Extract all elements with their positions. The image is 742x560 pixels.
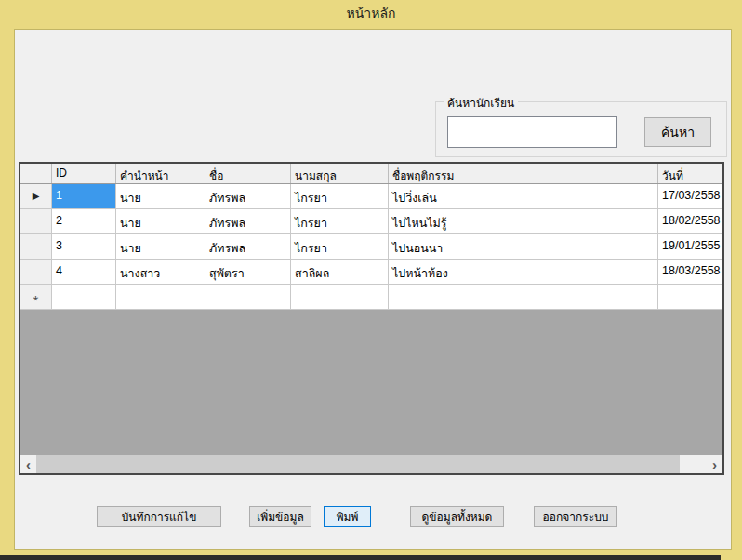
- cell-behavior[interactable]: ไปหน้าห้อง: [389, 260, 658, 285]
- column-header-prefix[interactable]: คำนำหน้า: [116, 164, 205, 183]
- row-header-cell[interactable]: ▶: [20, 184, 52, 209]
- cell-id[interactable]: 4: [52, 260, 116, 285]
- grid-corner-cell: [20, 164, 52, 183]
- main-panel: ค้นหานักเรียน ค้นหา ID คำนำหน้า ชื่อ นาม…: [14, 29, 732, 550]
- row-header-cell[interactable]: [20, 260, 52, 285]
- cell-lastname[interactable]: ไกรยา: [291, 234, 389, 260]
- logout-button[interactable]: ออกจากระบบ: [534, 506, 617, 527]
- column-header-date[interactable]: วันที่: [658, 164, 722, 183]
- column-header-firstname[interactable]: ชื่อ: [205, 164, 291, 183]
- scrollbar-track[interactable]: [680, 455, 707, 473]
- cell-prefix[interactable]: นาย: [116, 209, 205, 234]
- grid-header-row: ID คำนำหน้า ชื่อ นามสกุล ชื่อพฤติกรรม วั…: [20, 164, 722, 184]
- cell-prefix[interactable]: นาย: [116, 234, 205, 260]
- cell-firstname[interactable]: สุพัตรา: [205, 260, 291, 285]
- cell-lastname[interactable]: สาลิผล: [291, 260, 389, 285]
- new-row-asterisk-icon: *: [33, 287, 39, 307]
- search-groupbox: ค้นหานักเรียน ค้นหา: [435, 101, 727, 157]
- cell-prefix[interactable]: [116, 285, 205, 310]
- view-all-button[interactable]: ดูข้อมูลทั้งหมด: [410, 506, 504, 527]
- cell-prefix[interactable]: นางสาว: [116, 260, 205, 285]
- taskbar-edge: [0, 555, 721, 560]
- table-row: ▶ 1 นาย ภัทรพล ไกรยา ไปวิ่งเล่น 17/03/25…: [20, 184, 722, 209]
- column-header-id[interactable]: ID: [52, 164, 116, 183]
- window-title: หน้าหลัก: [0, 0, 742, 26]
- main-window: หน้าหลัก ค้นหานักเรียน ค้นหา ID คำนำหน้า…: [0, 0, 742, 560]
- cell-behavior[interactable]: [389, 285, 658, 310]
- cell-date[interactable]: 18/02/2558: [658, 209, 722, 234]
- cell-firstname[interactable]: ภัทรพล: [205, 209, 291, 234]
- column-header-lastname[interactable]: นามสกุล: [291, 164, 389, 183]
- scroll-left-icon[interactable]: ‹: [20, 455, 36, 473]
- cell-behavior[interactable]: ไปไหนไม่รู้: [389, 209, 658, 234]
- scrollbar-thumb[interactable]: [36, 455, 680, 473]
- add-data-button[interactable]: เพิ่มข้อมูล: [249, 506, 311, 527]
- data-grid: ID คำนำหน้า ชื่อ นามสกุล ชื่อพฤติกรรม วั…: [19, 162, 724, 475]
- table-row: 3 นาย ภัทรพล ไกรยา ไปนอนนา 19/01/2555: [20, 234, 722, 260]
- table-row-new: *: [20, 285, 722, 310]
- cell-behavior[interactable]: ไปวิ่งเล่น: [389, 184, 658, 209]
- cell-id[interactable]: 3: [52, 234, 116, 260]
- cell-date[interactable]: 19/01/2555: [658, 234, 722, 260]
- cell-firstname[interactable]: ภัทรพล: [205, 184, 291, 209]
- cell-lastname[interactable]: ไกรยา: [291, 184, 389, 209]
- table-row: 4 นางสาว สุพัตรา สาลิผล ไปหน้าห้อง 18/03…: [20, 260, 722, 285]
- current-row-arrow-icon: ▶: [33, 192, 40, 201]
- row-header-cell[interactable]: [20, 234, 52, 260]
- cell-date[interactable]: 17/03/2558: [658, 184, 722, 209]
- search-group-label: ค้นหานักเรียน: [444, 94, 518, 112]
- cell-firstname[interactable]: ภัทรพล: [205, 234, 291, 260]
- search-button[interactable]: ค้นหา: [644, 117, 711, 147]
- cell-id[interactable]: 1: [52, 184, 116, 209]
- cell-prefix[interactable]: นาย: [116, 184, 205, 209]
- cell-date[interactable]: 18/03/2558: [658, 260, 722, 285]
- cell-date[interactable]: [658, 285, 722, 310]
- print-button[interactable]: พิมพ์: [324, 506, 371, 527]
- cell-lastname[interactable]: [291, 285, 389, 310]
- save-edits-button[interactable]: บันทึกการแก้ไข: [97, 506, 221, 527]
- cell-firstname[interactable]: [205, 285, 291, 310]
- column-header-behavior[interactable]: ชื่อพฤติกรรม: [389, 164, 658, 183]
- table-row: 2 นาย ภัทรพล ไกรยา ไปไหนไม่รู้ 18/02/255…: [20, 209, 722, 234]
- cell-id[interactable]: [52, 285, 116, 310]
- horizontal-scrollbar[interactable]: ‹ ›: [20, 455, 722, 473]
- cell-lastname[interactable]: ไกรยา: [291, 209, 389, 234]
- cell-behavior[interactable]: ไปนอนนา: [389, 234, 658, 260]
- cell-id[interactable]: 2: [52, 209, 116, 234]
- scroll-right-icon[interactable]: ›: [707, 455, 722, 473]
- row-header-cell[interactable]: [20, 209, 52, 234]
- search-input[interactable]: [447, 116, 617, 148]
- row-header-cell[interactable]: *: [20, 285, 52, 310]
- grid-empty-area: [20, 310, 722, 455]
